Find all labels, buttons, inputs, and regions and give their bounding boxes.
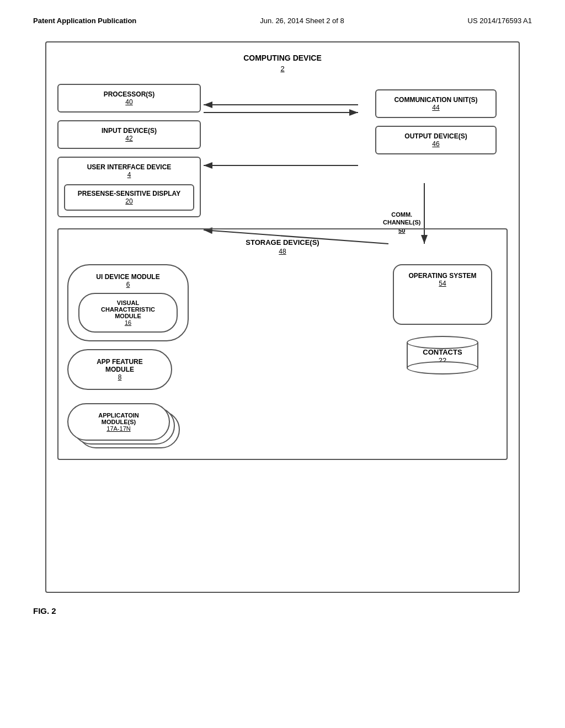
user-interface-num: 4 (64, 171, 194, 179)
storage-section: STORAGE DEVICE(S) 48 UI DEVICE MODULE 6 … (57, 228, 508, 460)
comm-channel-text2: CHANNEL(S) (383, 218, 420, 226)
processor-box: PROCESSOR(S) 40 (57, 84, 201, 113)
storage-title: STORAGE DEVICE(S) (67, 238, 498, 247)
comm-unit-label: COMMUNICATION UNIT(S) (385, 96, 487, 104)
contacts-label: CONTACTS (408, 348, 477, 356)
app-modules-label: APPLICATOIN MODULE(S) (98, 412, 139, 425)
fig-label: FIG. 2 (33, 606, 532, 615)
app-modules-container: APPLICATOIN MODULE(S) 17A-17N (67, 403, 189, 450)
comm-unit-num: 44 (385, 104, 487, 111)
user-interface-label: USER INTERFACE DEVICE (64, 163, 194, 171)
processor-num: 40 (67, 98, 191, 106)
cylinder-bottom (407, 361, 478, 374)
input-device-num: 42 (67, 135, 191, 142)
contacts-cylinder: CONTACTS 22 (407, 336, 478, 374)
output-device-num: 46 (385, 140, 487, 148)
header-center: Jun. 26, 2014 Sheet 2 of 8 (260, 17, 344, 25)
app-feature-label: APP FEATURE MODULE (77, 358, 162, 373)
visual-characteristic-box: VISUAL CHARACTERISTIC MODULE 16 (78, 293, 178, 333)
app-module-front: APPLICATOIN MODULE(S) 17A-17N (67, 403, 170, 441)
header-right: US 2014/176593 A1 (468, 17, 532, 25)
user-interface-box: USER INTERFACE DEVICE 4 PRESENSE-SENSITI… (57, 157, 201, 217)
comm-channel-text: COMM. (383, 211, 420, 218)
operating-system-box: OPERATING SYSTEM 54 (393, 264, 492, 325)
comm-unit-box: COMMUNICATION UNIT(S) 44 (375, 89, 497, 118)
app-feature-num: 8 (77, 373, 162, 381)
os-label: OPERATING SYSTEM (408, 272, 476, 280)
storage-left-col: UI DEVICE MODULE 6 VISUAL CHARACTERISTIC… (67, 264, 189, 450)
os-num: 54 (439, 280, 446, 287)
page: Patent Application Publication Jun. 26, … (0, 0, 565, 728)
visual-char-num: 16 (86, 319, 170, 326)
left-column: PROCESSOR(S) 40 INPUT DEVICE(S) 42 USER … (57, 84, 201, 217)
header: Patent Application Publication Jun. 26, … (33, 17, 532, 25)
storage-inner: UI DEVICE MODULE 6 VISUAL CHARACTERISTIC… (67, 264, 498, 450)
app-modules-num: 17A-17N (106, 425, 130, 432)
diagram-container: COMPUTING DEVICE 2 PROCESSOR(S) 40 INPUT… (45, 41, 520, 593)
presense-display-box: PRESENSE-SENSITIVE DISPLAY 20 (64, 184, 194, 211)
computing-device-title: COMPUTING DEVICE (57, 53, 508, 62)
top-section: PROCESSOR(S) 40 INPUT DEVICE(S) 42 USER … (57, 84, 508, 217)
storage-right-col: OPERATING SYSTEM 54 CONTACTS 22 (387, 264, 498, 450)
input-device-label: INPUT DEVICE(S) (67, 127, 191, 135)
output-device-label: OUTPUT DEVICE(S) (385, 132, 487, 140)
cylinder-top (407, 336, 478, 349)
right-column: COMMUNICATION UNIT(S) 44 OUTPUT DEVICE(S… (375, 89, 497, 217)
ui-device-label: UI DEVICE MODULE (76, 273, 180, 281)
ui-device-num: 6 (76, 281, 180, 288)
output-device-box: OUTPUT DEVICE(S) 46 (375, 126, 497, 154)
computing-device-num: 2 (57, 65, 508, 73)
app-feature-box: APP FEATURE MODULE 8 (67, 349, 172, 390)
processor-label: PROCESSOR(S) (67, 90, 191, 98)
visual-char-label: VISUAL CHARACTERISTIC MODULE (86, 299, 170, 319)
header-left: Patent Application Publication (33, 17, 136, 25)
storage-num: 48 (67, 248, 498, 255)
presense-num: 20 (70, 197, 189, 205)
input-device-box: INPUT DEVICE(S) 42 (57, 120, 201, 149)
presense-label: PRESENSE-SENSITIVE DISPLAY (70, 190, 189, 197)
ui-device-module-box: UI DEVICE MODULE 6 VISUAL CHARACTERISTIC… (67, 264, 189, 341)
